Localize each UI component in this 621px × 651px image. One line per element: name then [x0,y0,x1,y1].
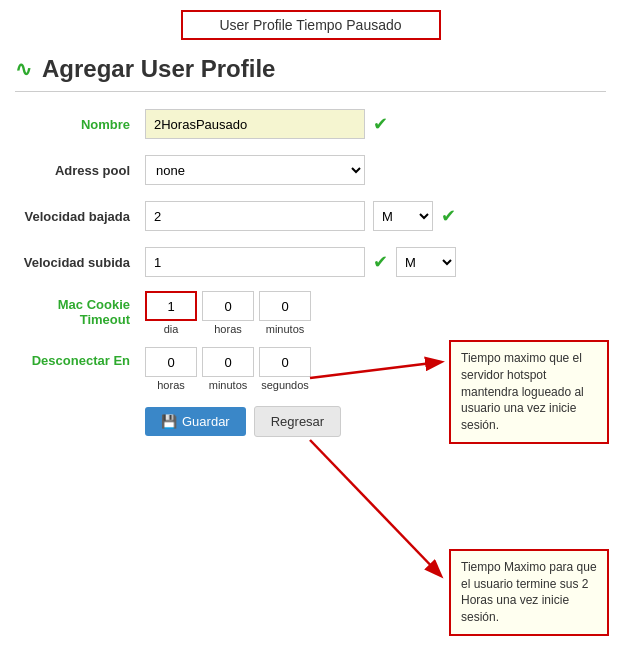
desconectar-horas-input[interactable] [145,347,197,377]
wifi-icon: ∿ [15,57,32,81]
desconectar-minutos-input[interactable] [202,347,254,377]
tooltip-2: Tiempo Maximo para que el usuario termin… [449,549,609,636]
divider [15,91,606,92]
mac-cookie-dia-label: dia [164,323,179,335]
mac-cookie-minutos-label: minutos [266,323,305,335]
desconectar-horas-label: horas [157,379,185,391]
velocidad-subida-unit-select[interactable]: M K G [396,247,456,277]
desconectar-horas-group: horas [145,347,197,391]
save-label: Guardar [182,414,230,429]
desconectar-segundos-group: segundos [259,347,311,391]
desconectar-minutos-label: minutos [209,379,248,391]
velocidad-bajada-label: Velocidad bajada [15,209,145,224]
regresar-button[interactable]: Regresar [254,406,341,437]
desconectar-segundos-label: segundos [261,379,309,391]
svg-line-2 [310,440,440,575]
nombre-label: Nombre [15,117,145,132]
desconectar-minutos-group: minutos [202,347,254,391]
page-heading: ∿ Agregar User Profile [15,55,606,83]
tooltip-2-text: Tiempo Maximo para que el usuario termin… [461,560,597,624]
velocidad-bajada-row: Velocidad bajada M K G ✔ [15,199,606,233]
velocidad-subida-label: Velocidad subida [15,255,145,270]
page-wrapper: User Profile Tiempo Pausado ∿ Agregar Us… [0,0,621,651]
nombre-input[interactable] [145,109,365,139]
mac-cookie-dia-group: dia [145,291,197,335]
adress-pool-row: Adress pool none [15,153,606,187]
velocidad-subida-check-icon: ✔ [373,251,388,273]
velocidad-bajada-unit-select[interactable]: M K G [373,201,433,231]
mac-cookie-minutos-group: minutos [259,291,311,335]
save-icon: 💾 [161,414,177,429]
velocidad-bajada-check-icon: ✔ [441,205,456,227]
desconectar-label: Desconectar En [15,347,145,368]
mac-cookie-horas-label: horas [214,323,242,335]
adress-pool-label: Adress pool [15,163,145,178]
title-box: User Profile Tiempo Pausado [181,10,441,40]
nombre-row: Nombre ✔ [15,107,606,141]
velocidad-subida-input[interactable] [145,247,365,277]
mac-cookie-dia-input[interactable] [145,291,197,321]
velocidad-bajada-input[interactable] [145,201,365,231]
mac-cookie-minutos-input[interactable] [259,291,311,321]
mac-cookie-horas-input[interactable] [202,291,254,321]
velocidad-subida-row: Velocidad subida ✔ M K G [15,245,606,279]
mac-cookie-row: Mac Cookie Timeout dia horas minutos [15,291,606,335]
desconectar-segundos-input[interactable] [259,347,311,377]
save-button[interactable]: 💾 Guardar [145,407,246,436]
page-heading-text: Agregar User Profile [42,55,275,83]
mac-cookie-horas-group: horas [202,291,254,335]
title-box-text: User Profile Tiempo Pausado [219,17,401,33]
tooltip-1-text: Tiempo maximo que el servidor hotspot ma… [461,351,584,432]
adress-pool-select[interactable]: none [145,155,365,185]
mac-cookie-time-fields: dia horas minutos [145,291,311,335]
tooltip-1: Tiempo maximo que el servidor hotspot ma… [449,340,609,444]
nombre-check-icon: ✔ [373,113,388,135]
mac-cookie-label: Mac Cookie Timeout [15,291,145,327]
regresar-label: Regresar [271,414,324,429]
desconectar-time-fields: horas minutos segundos [145,347,311,391]
